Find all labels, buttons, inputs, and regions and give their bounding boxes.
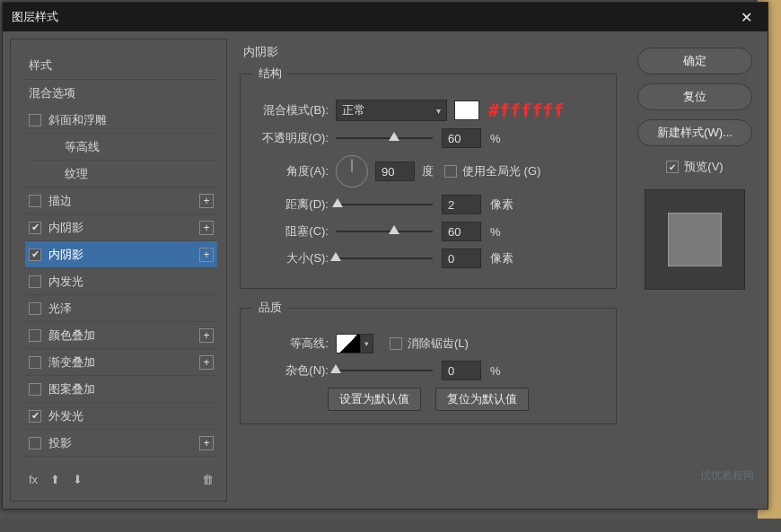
style-label: 投影 xyxy=(48,435,199,451)
size-slider[interactable] xyxy=(336,250,433,266)
dialog-title: 图层样式 xyxy=(12,9,733,25)
color-hex-annotation: #ffffff xyxy=(488,100,564,121)
style-checkbox[interactable] xyxy=(29,437,41,449)
angle-dial[interactable] xyxy=(336,155,368,188)
watermark: 优优教程网 xyxy=(700,468,754,484)
style-checkbox[interactable] xyxy=(29,302,41,315)
settings-panel: 内阴影 结构 混合模式(B): 正常 ▾ #ffffff 不透明度(O): xyxy=(227,31,629,509)
ok-button[interactable]: 确定 xyxy=(637,48,752,74)
style-row[interactable]: 等高线 xyxy=(25,134,217,161)
noise-slider[interactable] xyxy=(336,362,433,379)
angle-label: 角度(A): xyxy=(253,163,329,179)
contour-picker[interactable] xyxy=(336,334,361,353)
style-checkbox[interactable] xyxy=(29,383,41,396)
distance-input[interactable]: 2 xyxy=(442,195,481,214)
chevron-down-icon: ▾ xyxy=(436,106,441,116)
quality-legend: 品质 xyxy=(253,300,287,316)
style-row[interactable]: 图案叠加 xyxy=(25,376,217,403)
blend-mode-label: 混合模式(B): xyxy=(253,102,329,118)
style-row[interactable]: 描边+ xyxy=(25,188,217,214)
style-label: 渐变叠加 xyxy=(48,354,199,371)
style-checkbox[interactable] xyxy=(29,222,41,234)
titlebar: 图层样式 ✕ xyxy=(3,3,768,31)
add-effect-icon[interactable]: + xyxy=(199,194,214,208)
preview-checkbox[interactable]: 预览(V) xyxy=(666,159,723,175)
global-light-checkbox[interactable]: 使用全局光 (G) xyxy=(444,163,540,179)
fx-menu-icon[interactable]: fx xyxy=(29,473,38,486)
add-effect-icon[interactable]: + xyxy=(199,355,214,370)
structure-legend: 结构 xyxy=(253,65,287,82)
choke-slider[interactable] xyxy=(336,223,433,240)
opacity-label: 不透明度(O): xyxy=(253,130,329,146)
style-label: 纹理 xyxy=(48,166,214,182)
styles-footer: fx ⬆ ⬇ 🗑 xyxy=(25,467,217,492)
style-row[interactable]: 内发光 xyxy=(25,268,217,295)
close-button[interactable]: ✕ xyxy=(733,4,759,30)
antialias-checkbox[interactable]: 消除锯齿(L) xyxy=(390,336,469,352)
style-checkbox[interactable] xyxy=(29,356,41,369)
add-effect-icon[interactable]: + xyxy=(199,436,214,450)
add-effect-icon[interactable]: + xyxy=(199,221,214,235)
add-effect-icon[interactable]: + xyxy=(199,328,214,343)
reset-default-button[interactable]: 复位为默认值 xyxy=(435,388,529,411)
make-default-button[interactable]: 设置为默认值 xyxy=(328,388,421,411)
style-label: 外发光 xyxy=(48,408,214,424)
right-panel: 确定 复位 新建样式(W)... 预览(V) xyxy=(629,31,768,509)
distance-slider[interactable] xyxy=(336,196,433,213)
trash-icon[interactable]: 🗑 xyxy=(202,473,214,486)
style-checkbox[interactable] xyxy=(29,114,41,126)
style-label: 斜面和浮雕 xyxy=(48,112,214,128)
arrow-down-icon[interactable]: ⬇ xyxy=(73,473,83,486)
choke-label: 阻塞(C): xyxy=(253,223,329,240)
styles-header[interactable]: 样式 xyxy=(25,52,217,80)
noise-input[interactable]: 0 xyxy=(442,361,481,380)
opacity-slider[interactable] xyxy=(336,130,433,146)
style-checkbox[interactable] xyxy=(29,329,41,342)
style-row[interactable]: 内阴影+ xyxy=(25,214,217,241)
style-label: 颜色叠加 xyxy=(48,327,199,344)
style-checkbox[interactable] xyxy=(29,275,41,288)
structure-group: 结构 混合模式(B): 正常 ▾ #ffffff 不透明度(O): 60 xyxy=(240,65,617,289)
style-label: 光泽 xyxy=(48,301,214,317)
style-label: 图案叠加 xyxy=(48,381,214,397)
add-effect-icon[interactable]: + xyxy=(199,248,214,262)
arrow-up-icon[interactable]: ⬆ xyxy=(50,473,60,486)
style-row[interactable]: 纹理 xyxy=(25,161,217,188)
opacity-input[interactable]: 60 xyxy=(442,128,481,148)
style-label: 内阴影 xyxy=(48,247,199,263)
blend-mode-select[interactable]: 正常 ▾ xyxy=(336,100,447,121)
style-row[interactable]: 渐变叠加+ xyxy=(25,349,217,376)
style-label: 描边 xyxy=(48,193,199,209)
quality-group: 品质 等高线: ▾ 消除锯齿(L) 杂色(N): xyxy=(240,300,617,424)
style-row[interactable]: 斜面和浮雕 xyxy=(25,107,217,134)
cancel-button[interactable]: 复位 xyxy=(637,83,752,110)
style-label: 内发光 xyxy=(48,274,214,290)
style-row[interactable]: 外发光 xyxy=(25,403,217,430)
color-swatch[interactable] xyxy=(454,100,479,120)
style-row[interactable]: 内阴影+ xyxy=(25,241,217,268)
effect-title: 内阴影 xyxy=(243,44,622,60)
blending-options-row[interactable]: 混合选项 xyxy=(25,80,217,107)
style-checkbox[interactable] xyxy=(29,410,41,423)
style-label: 等高线 xyxy=(48,139,214,155)
preview-swatch xyxy=(668,213,722,266)
style-label: 内阴影 xyxy=(48,220,199,236)
styles-panel: 样式 混合选项 斜面和浮雕等高线纹理描边+内阴影+内阴影+内发光光泽颜色叠加+渐… xyxy=(10,39,227,501)
contour-dropdown[interactable]: ▾ xyxy=(361,334,373,353)
angle-input[interactable]: 90 xyxy=(375,161,415,181)
noise-label: 杂色(N): xyxy=(253,362,329,379)
style-row[interactable]: 光泽 xyxy=(25,295,217,322)
style-checkbox[interactable] xyxy=(29,195,41,207)
layer-style-dialog: 图层样式 ✕ 样式 混合选项 斜面和浮雕等高线纹理描边+内阴影+内阴影+内发光光… xyxy=(2,2,768,510)
size-input[interactable]: 0 xyxy=(442,249,481,268)
choke-input[interactable]: 60 xyxy=(442,222,481,241)
distance-label: 距离(D): xyxy=(253,196,329,213)
contour-label: 等高线: xyxy=(253,336,329,352)
size-label: 大小(S): xyxy=(253,250,329,266)
style-row[interactable]: 投影+ xyxy=(25,430,217,457)
preview-box xyxy=(645,189,745,290)
new-style-button[interactable]: 新建样式(W)... xyxy=(637,119,752,146)
style-checkbox[interactable] xyxy=(29,249,41,261)
style-row[interactable]: 颜色叠加+ xyxy=(25,322,217,349)
